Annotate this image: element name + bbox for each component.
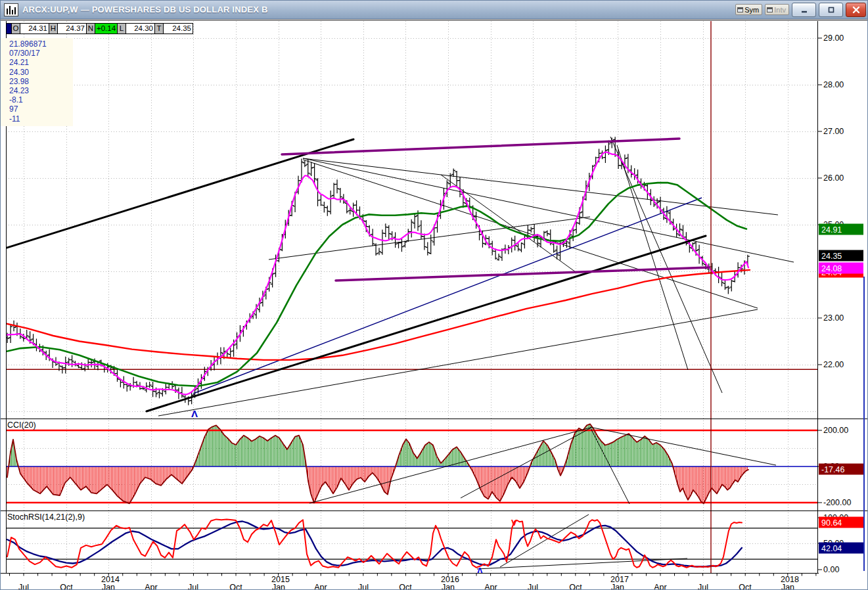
net-change-value: +0.14 <box>95 24 118 34</box>
x-axis-month-label: Apr <box>145 583 157 590</box>
x-axis-year-label: 2014 <box>101 575 120 584</box>
window-title: ARCX:UUP,W — POWERSHARES DB US DOLLAR IN… <box>22 5 268 14</box>
high-value: 24.37 <box>58 24 87 34</box>
info-line: 23.98 <box>9 77 73 86</box>
x-axis-month-label: Oct <box>60 583 73 590</box>
stochrsi-panel-label: StochRSI(14,21(2),9) <box>7 512 85 522</box>
axis-tick-label: 200.00 <box>823 426 848 435</box>
info-line: -11 <box>9 114 73 124</box>
app-window: { "window": { "title": "ARCX:UUP,W — POW… <box>0 0 868 590</box>
cci-panel-label: CCI(20) <box>7 420 36 430</box>
axis-labels: 29.0028.0027.0026.0025.0023.0022.00200.0… <box>10 34 864 590</box>
stochrsi-panel <box>6 514 817 569</box>
x-axis-month-label: Oct <box>229 583 242 590</box>
info-line: 21.896871 <box>9 39 73 49</box>
x-axis-year-label: 2017 <box>610 575 629 584</box>
close-button[interactable] <box>846 3 866 17</box>
open-label: O <box>12 24 20 34</box>
last-trade-label: T <box>155 24 164 34</box>
price-tag: -17.46 <box>821 465 844 474</box>
price-tag: 90.64 <box>821 518 842 528</box>
data-window-panel: 21.896871 07/30/17 24.21 24.30 23.98 24.… <box>1 38 73 126</box>
ma-red-slow <box>6 270 750 360</box>
axis-tick-label: 28.00 <box>823 80 844 89</box>
x-axis-month-label: Oct <box>569 583 582 590</box>
info-line: 24.30 <box>9 68 73 77</box>
info-line: 07/30/17 <box>9 49 73 58</box>
x-axis-month-label: Apr <box>484 583 497 590</box>
info-line: 97 <box>9 104 73 114</box>
x-axis-month-label: Jul <box>528 583 538 590</box>
sym-button[interactable]: Sym <box>735 4 762 15</box>
x-axis-year-label: 2016 <box>441 575 459 584</box>
x-axis-month-label: Apr <box>314 583 327 590</box>
app-icon <box>4 3 18 16</box>
axis-tick-label: 29.00 <box>823 34 844 43</box>
close-icon <box>852 6 860 14</box>
axis-tick-label: 26.00 <box>823 173 844 183</box>
grid-lines <box>6 21 817 573</box>
x-axis-month-label: Jul <box>698 583 708 590</box>
chart-canvas[interactable]: ΛVΛ 29.0028.0027.0026.0025.0023.0022.002… <box>1 19 868 590</box>
axis-tick-label: 0.00 <box>823 565 839 574</box>
cursor-and-border-overlay: ΛVΛ <box>1 20 868 576</box>
stoch-up-arrow-marker: Λ <box>477 566 483 576</box>
high-label: H <box>49 24 58 34</box>
axis-tick-label: 22.00 <box>823 360 844 369</box>
stoch-down-arrow-marker: V <box>511 518 517 528</box>
quote-bar: O 24.31 H 24.37 N +0.14 L 24.30 T 24.35 <box>6 23 193 34</box>
title-bar[interactable]: ARCX:UUP,W — POWERSHARES DB US DOLLAR IN… <box>1 1 868 19</box>
price-up-arrow-marker: Λ <box>191 408 198 419</box>
minimize-button[interactable] <box>792 3 816 17</box>
info-line: 24.23 <box>9 86 73 95</box>
last-trade-value: 24.35 <box>164 24 193 34</box>
net-change-label: N <box>87 24 95 34</box>
maximize-button[interactable] <box>819 3 843 17</box>
sym-button-label: Sym <box>744 6 759 14</box>
info-line: -8.1 <box>9 95 73 104</box>
quote-color-chip <box>7 24 12 34</box>
x-axis-month-label: Jul <box>358 583 369 590</box>
axis-tick-label: -200.00 <box>823 498 851 507</box>
x-axis-month-label: Apr <box>654 583 666 590</box>
maximize-icon <box>827 6 835 14</box>
intv-button[interactable]: Intv <box>765 4 789 15</box>
x-axis-month-label: Jul <box>18 583 29 590</box>
x-axis-month-label: Oct <box>399 583 412 590</box>
info-line: 24.21 <box>9 58 73 67</box>
x-axis-month-label: Oct <box>739 583 752 590</box>
low-label: L <box>118 24 126 34</box>
minimize-icon <box>800 6 808 14</box>
open-value: 24.31 <box>20 24 49 34</box>
x-axis-year-label: 2018 <box>781 575 799 584</box>
ma-magenta-fast <box>7 152 748 395</box>
price-panel <box>1 137 817 416</box>
x-axis-year-label: 2015 <box>271 575 290 584</box>
axis-tick-label: 23.00 <box>823 313 844 323</box>
low-value: 24.30 <box>126 24 155 34</box>
axis-tick-label: 27.00 <box>823 127 844 136</box>
window-glyph-icon <box>767 7 773 12</box>
cci-panel <box>6 424 817 504</box>
window-glyph-icon <box>737 7 743 12</box>
intv-button-label: Intv <box>774 6 786 14</box>
price-tag: 24.91 <box>821 225 842 235</box>
x-axis-month-label: Jul <box>188 583 198 590</box>
price-tag: 42.04 <box>821 544 842 553</box>
price-tag: 24.08 <box>821 264 842 273</box>
price-tag: 24.35 <box>821 252 842 261</box>
